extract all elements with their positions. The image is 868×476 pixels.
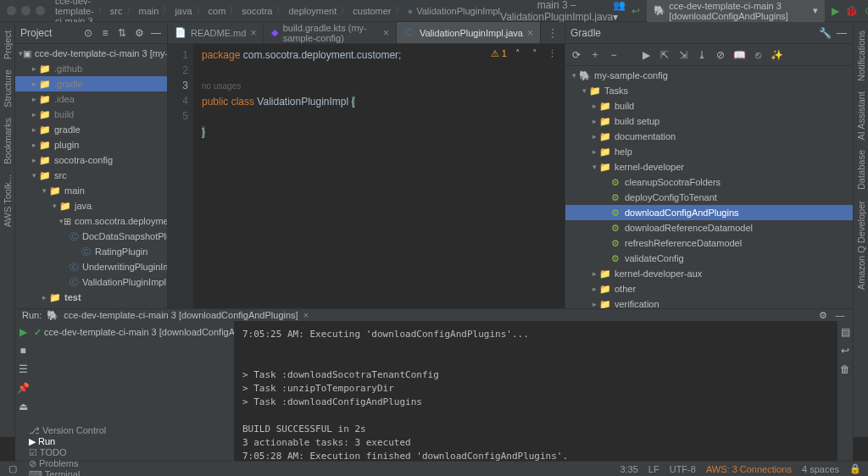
tree-item[interactable]: ▸📁build bbox=[565, 98, 853, 113]
wand-icon[interactable]: ✨ bbox=[771, 49, 782, 61]
right-tool-button[interactable]: Amazon Q Developer bbox=[856, 196, 866, 295]
tree-item[interactable]: ⚙validateConfig bbox=[565, 251, 853, 266]
tree-item[interactable]: ▾▣cce-dev-template-ci-main 3 [my-sample-… bbox=[15, 46, 167, 61]
expand-icon[interactable]: ≡ bbox=[99, 27, 111, 39]
tree-item[interactable]: ▸📁test bbox=[15, 290, 167, 305]
offline-icon[interactable]: ⊘ bbox=[715, 49, 726, 61]
download-icon[interactable]: ⤓ bbox=[696, 49, 708, 61]
lock-icon[interactable]: 🔒 bbox=[849, 463, 861, 475]
book-icon[interactable]: 📖 bbox=[733, 49, 745, 61]
editor-tab[interactable]: 📄README.md× bbox=[168, 22, 264, 43]
project-tool-button[interactable]: Project bbox=[3, 25, 13, 64]
max-dot[interactable] bbox=[36, 6, 45, 15]
breadcrumb-segment[interactable]: customer bbox=[353, 6, 391, 16]
line-separator[interactable]: LF bbox=[648, 464, 659, 474]
wrench-icon[interactable]: 🔧 bbox=[819, 27, 831, 39]
tree-item[interactable]: ▾📁main bbox=[15, 183, 167, 198]
run-icon[interactable]: ▶ bbox=[832, 5, 839, 17]
remove-icon[interactable]: − bbox=[608, 49, 620, 61]
tree-item[interactable]: ⚙refreshReferenceDatamodel bbox=[565, 235, 853, 251]
target-icon[interactable]: ⊙ bbox=[82, 27, 94, 39]
editor-tabs[interactable]: 📄README.md×◆build.gradle.kts (my-sample-… bbox=[168, 22, 565, 44]
editor-tab[interactable]: ◆build.gradle.kts (my-sample-config)× bbox=[264, 22, 396, 43]
tree-item[interactable]: ▸📁.idea bbox=[15, 91, 167, 107]
encoding[interactable]: UTF-8 bbox=[670, 464, 696, 474]
hide-icon[interactable]: — bbox=[834, 309, 846, 321]
more-icon[interactable]: ⋮ bbox=[546, 47, 558, 59]
tree-item[interactable]: ⒸValidationPluginImpl bbox=[15, 274, 167, 290]
tool-window-button[interactable]: ☑ TODO bbox=[29, 447, 106, 458]
up-icon[interactable]: ˄ bbox=[512, 47, 524, 59]
editor-tab[interactable]: ⒸValidationPluginImpl.java× bbox=[397, 22, 541, 43]
filter-icon[interactable]: ☰ bbox=[17, 363, 29, 375]
run-config-selector[interactable]: 🐘 cce-dev-template-ci-main 3 [downloadCo… bbox=[647, 0, 825, 23]
tree-item[interactable]: ▾📁Tasks bbox=[565, 83, 853, 98]
close-icon[interactable]: × bbox=[527, 27, 533, 39]
gear-icon[interactable]: ⚙ bbox=[817, 309, 829, 321]
tree-item[interactable]: ▸📁socotra-config bbox=[15, 152, 167, 168]
debug-icon[interactable]: 🐞 bbox=[846, 5, 858, 17]
tool-window-button[interactable]: ⊘ Problems bbox=[29, 458, 106, 469]
close-tab-icon[interactable]: × bbox=[303, 310, 309, 320]
tool-window-button[interactable]: ⎇ Version Control bbox=[29, 425, 106, 436]
right-tool-button[interactable]: AI Assistant bbox=[856, 86, 866, 145]
breadcrumb-segment[interactable]: com bbox=[209, 6, 226, 16]
aws-status[interactable]: AWS: 3 Connections bbox=[706, 464, 792, 474]
tree-item[interactable]: ⚙downloadConfigAndPlugins bbox=[565, 205, 853, 220]
breadcrumb-segment[interactable]: src bbox=[110, 6, 123, 16]
soft-wrap-icon[interactable]: ↩ bbox=[839, 345, 851, 357]
aws-toolkit-button[interactable]: AWS Toolk... bbox=[3, 169, 13, 232]
users-icon[interactable]: 👥▾ bbox=[613, 5, 625, 17]
run-console[interactable]: 7:05:25 AM: Executing 'downloadConfigAnd… bbox=[234, 321, 837, 470]
tree-item[interactable]: ▸📁.gradle bbox=[15, 76, 167, 91]
refresh-icon[interactable]: ⟳ bbox=[570, 49, 582, 61]
tree-item[interactable]: ▸📁other bbox=[565, 281, 853, 296]
breadcrumb-segment[interactable]: java bbox=[175, 6, 192, 16]
stop-icon[interactable]: ■ bbox=[17, 345, 29, 357]
tree-item[interactable]: ▸📁gradle bbox=[15, 122, 167, 137]
gear-icon[interactable]: ⚙ bbox=[133, 27, 145, 39]
tree-item[interactable]: ⒸDocDataSnapshotPlugin bbox=[15, 229, 167, 244]
right-tool-button[interactable]: Notifications bbox=[856, 25, 866, 86]
breadcrumb-segment[interactable]: ValidationPluginImpl bbox=[416, 6, 500, 16]
toolwindow-icon[interactable]: ▢ bbox=[7, 463, 19, 475]
run-task-icon[interactable]: ▶ bbox=[640, 49, 652, 61]
tree-item[interactable]: ⒸUnderwritingPluginImpl bbox=[15, 259, 167, 274]
tree-item[interactable]: ⚙deployConfigToTenant bbox=[565, 190, 853, 205]
bookmarks-tool-button[interactable]: Bookmarks bbox=[3, 113, 13, 169]
layout-icon[interactable]: ▤ bbox=[839, 326, 851, 338]
analyze-icon[interactable]: ⎋ bbox=[752, 49, 764, 61]
structure-tool-button[interactable]: Structure bbox=[3, 64, 13, 113]
hide-icon[interactable]: — bbox=[836, 27, 848, 39]
window-controls[interactable] bbox=[7, 6, 45, 15]
warning-badge[interactable]: ⚠ 1 bbox=[491, 48, 507, 59]
pin-icon[interactable]: 📌 bbox=[17, 382, 29, 394]
add-icon[interactable]: ＋ bbox=[589, 49, 601, 61]
min-dot[interactable] bbox=[21, 6, 31, 15]
tree-item[interactable]: ⚙cleanupSocotraFolders bbox=[565, 174, 853, 190]
tool-window-button[interactable]: ▶ Run bbox=[29, 436, 106, 447]
tree-item[interactable]: ▾📁java bbox=[15, 198, 167, 213]
breadcrumb-segment[interactable]: deployment bbox=[288, 6, 337, 16]
tree-item[interactable]: ▸📁build setup bbox=[565, 113, 853, 129]
tree-item[interactable]: ▾📁src bbox=[15, 168, 167, 183]
trash-icon[interactable]: 🗑 bbox=[839, 363, 851, 375]
indent[interactable]: 4 spaces bbox=[802, 464, 839, 474]
tree-item[interactable]: ▸📁plugin bbox=[15, 137, 167, 152]
cursor-position[interactable]: 3:35 bbox=[620, 464, 637, 474]
tool-window-button[interactable]: ⌨ Terminal bbox=[29, 469, 106, 477]
collapse-all-icon[interactable]: ⇲ bbox=[677, 49, 689, 61]
tree-item[interactable]: ▾⊞com.socotra.deployment.customer bbox=[15, 213, 167, 229]
tree-item[interactable]: ⒸRatingPlugin bbox=[15, 244, 167, 259]
coverage-icon[interactable]: ⏱ bbox=[865, 5, 868, 17]
tree-item[interactable]: ▾🐘my-sample-config bbox=[565, 68, 853, 83]
tree-item[interactable]: ▸📁help bbox=[565, 144, 853, 159]
rerun-icon[interactable]: ▶ bbox=[17, 326, 29, 338]
right-tool-button[interactable]: Database bbox=[856, 145, 866, 195]
collapse-icon[interactable]: ⇅ bbox=[116, 27, 128, 39]
tree-item[interactable]: ▸📁.github bbox=[15, 61, 167, 76]
tree-item[interactable]: ▸📁documentation bbox=[565, 129, 853, 144]
tree-item[interactable]: ▸📁build bbox=[15, 107, 167, 122]
tree-item[interactable]: ▸📁kernel-developer-aux bbox=[565, 266, 853, 281]
hide-icon[interactable]: — bbox=[150, 27, 162, 39]
